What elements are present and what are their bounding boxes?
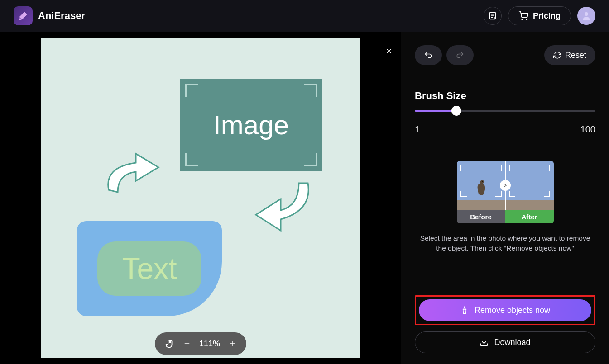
undo-icon bbox=[424, 51, 433, 60]
brush-max: 100 bbox=[580, 124, 595, 135]
zoom-controls: 111% bbox=[155, 332, 246, 355]
bird-icon bbox=[474, 178, 488, 196]
app-title: AniEraser bbox=[38, 10, 85, 22]
remove-highlight: Remove objects now bbox=[415, 295, 595, 325]
brush-icon bbox=[460, 306, 469, 315]
brush-slider[interactable] bbox=[415, 110, 595, 112]
slider-thumb[interactable] bbox=[451, 106, 461, 116]
brush-title: Brush Size bbox=[415, 90, 595, 102]
svg-point-4 bbox=[482, 181, 483, 182]
remove-objects-button[interactable]: Remove objects now bbox=[419, 299, 591, 321]
preview-labels: Before After bbox=[457, 210, 554, 223]
slider-fill bbox=[415, 110, 456, 112]
app-logo bbox=[14, 6, 33, 25]
svg-point-2 bbox=[526, 19, 527, 20]
canvas-stage[interactable]: Image Text bbox=[41, 38, 360, 358]
brush-min: 1 bbox=[415, 124, 420, 135]
header-left: AniEraser bbox=[14, 6, 85, 25]
zoom-level: 111% bbox=[199, 339, 220, 349]
eraser-icon bbox=[18, 10, 29, 21]
user-avatar[interactable] bbox=[577, 7, 595, 25]
close-button[interactable] bbox=[382, 44, 396, 58]
notes-button[interactable] bbox=[484, 7, 502, 25]
before-label: Before bbox=[457, 210, 505, 223]
download-label: Download bbox=[494, 338, 530, 347]
close-icon bbox=[384, 47, 393, 56]
svg-point-1 bbox=[522, 19, 523, 20]
image-card: Image bbox=[180, 79, 322, 171]
remove-label: Remove objects now bbox=[475, 306, 550, 315]
preview-box: Before After bbox=[457, 161, 554, 223]
arrow-down-icon bbox=[245, 179, 317, 237]
text-card: Text bbox=[77, 221, 222, 316]
image-card-label: Image bbox=[213, 109, 289, 141]
redo-icon bbox=[456, 51, 465, 60]
help-text: Select the area in the photo where you w… bbox=[415, 233, 595, 253]
undo-button[interactable] bbox=[415, 45, 442, 65]
slider-labels: 1 100 bbox=[415, 124, 595, 135]
notes-icon bbox=[488, 11, 497, 20]
main-area: Image Text 111% bbox=[0, 32, 609, 364]
app-header: AniEraser Pricing bbox=[0, 0, 609, 32]
user-icon bbox=[581, 10, 592, 21]
reset-label: Reset bbox=[565, 51, 586, 60]
preview-comparison[interactable] bbox=[457, 161, 554, 210]
comparison-handle[interactable] bbox=[500, 180, 511, 191]
brush-section: Brush Size 1 100 bbox=[415, 90, 595, 135]
after-label: After bbox=[505, 210, 554, 223]
svg-point-3 bbox=[585, 12, 588, 16]
text-card-label: Text bbox=[122, 251, 177, 286]
refresh-icon bbox=[553, 51, 561, 59]
arrow-up-icon bbox=[100, 149, 172, 194]
canvas-area: Image Text 111% bbox=[0, 32, 401, 364]
download-icon bbox=[480, 338, 489, 347]
sidebar: Reset Brush Size 1 100 bbox=[401, 32, 609, 364]
reset-button[interactable]: Reset bbox=[544, 45, 595, 65]
header-right: Pricing bbox=[484, 6, 595, 25]
sidebar-top: Reset bbox=[415, 45, 595, 78]
zoom-out-button[interactable] bbox=[183, 340, 191, 348]
pricing-button[interactable]: Pricing bbox=[508, 6, 571, 25]
hand-icon[interactable] bbox=[165, 339, 175, 349]
undo-redo-group bbox=[415, 45, 474, 65]
redo-button[interactable] bbox=[446, 45, 474, 65]
preview-before-half bbox=[457, 161, 505, 210]
zoom-in-button[interactable] bbox=[228, 340, 236, 348]
cart-icon bbox=[518, 11, 528, 21]
pricing-label: Pricing bbox=[533, 11, 561, 21]
chevron-right-icon bbox=[503, 183, 508, 188]
preview-after-half bbox=[505, 161, 554, 210]
download-button[interactable]: Download bbox=[415, 331, 595, 353]
